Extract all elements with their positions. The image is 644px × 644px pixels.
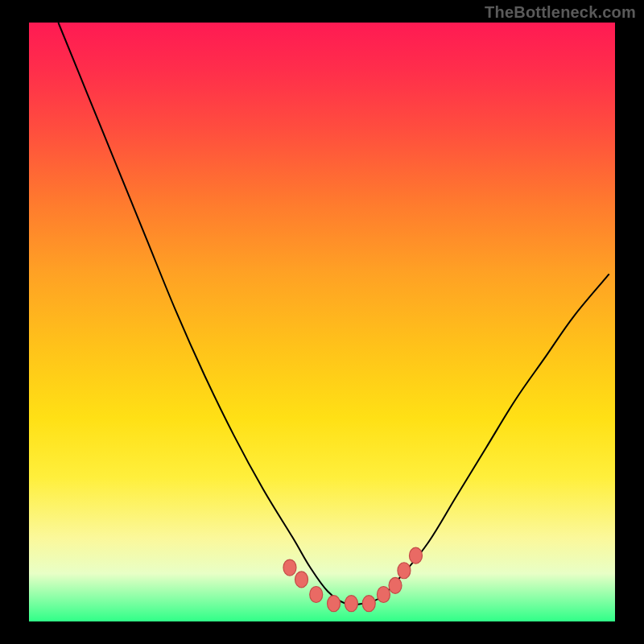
plot-area bbox=[29, 23, 615, 621]
curve-marker bbox=[283, 559, 296, 576]
curve-marker bbox=[310, 587, 323, 603]
curve-marker bbox=[377, 587, 390, 603]
watermark-text: TheBottleneck.com bbox=[485, 3, 636, 22]
curve-marker bbox=[409, 547, 422, 564]
chart-frame: TheBottleneck.com bbox=[0, 0, 644, 644]
curve-layer bbox=[29, 23, 615, 621]
bottleneck-curve bbox=[58, 23, 609, 605]
curve-marker bbox=[398, 563, 411, 579]
curve-marker bbox=[328, 596, 341, 612]
curve-marker bbox=[362, 596, 375, 612]
curve-marker bbox=[295, 572, 308, 588]
curve-marker bbox=[345, 596, 357, 612]
curve-marker bbox=[389, 577, 402, 593]
